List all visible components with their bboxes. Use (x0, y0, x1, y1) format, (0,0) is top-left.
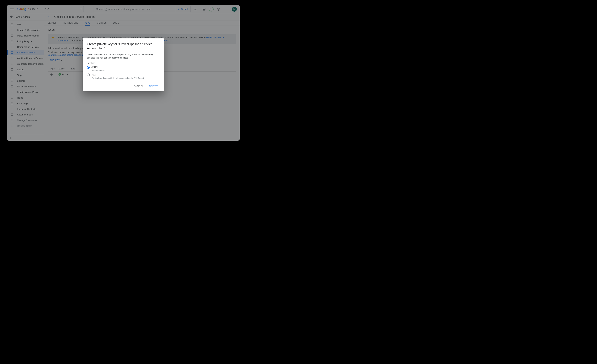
radio-icon (87, 73, 90, 76)
modal-title: Create private key for "OmicsPipelines S… (87, 42, 160, 51)
create-key-modal: Create private key for "OmicsPipelines S… (83, 39, 164, 91)
key-type-label: Key type (87, 62, 160, 64)
modal-description: Downloads a file that contains the priva… (87, 53, 160, 59)
cancel-button[interactable]: CANCEL (132, 84, 145, 88)
radio-label: JSON (91, 66, 98, 68)
radio-icon (87, 66, 90, 69)
radio-help-p12: For backward compatibility with code usi… (91, 77, 160, 79)
radio-json[interactable]: JSON (87, 66, 160, 69)
radio-p12[interactable]: P12 (87, 73, 160, 76)
create-button[interactable]: CREATE (148, 84, 160, 88)
radio-label: P12 (91, 73, 95, 76)
radio-help-json: Recommended (91, 70, 160, 71)
